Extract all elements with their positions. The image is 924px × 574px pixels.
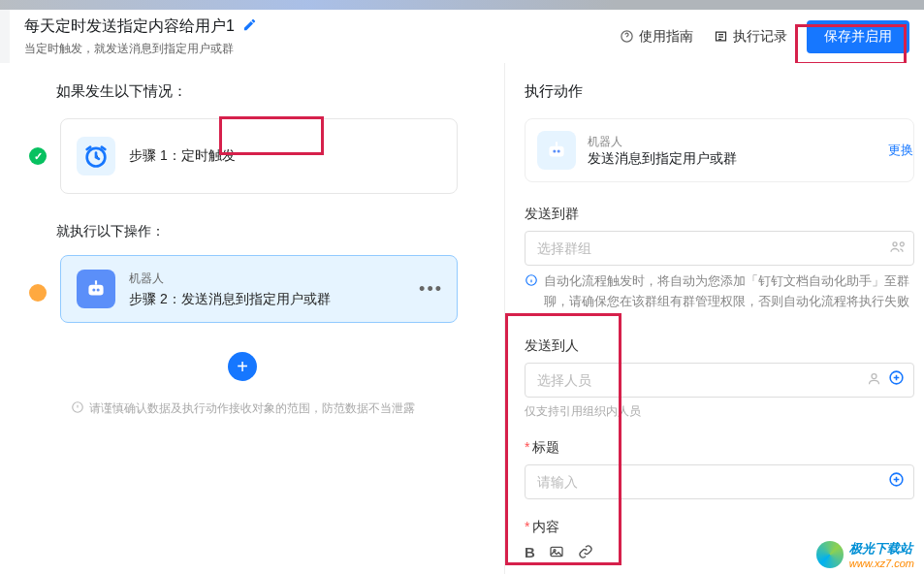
- title-input[interactable]: [525, 464, 914, 499]
- svg-rect-8: [549, 146, 563, 157]
- link-button[interactable]: [578, 544, 593, 562]
- content: 如果发生以下情况： 步骤 1：定时触发 就执行以下操作：: [0, 63, 924, 574]
- svg-point-10: [558, 150, 560, 153]
- action-card-main: 发送消息到指定用户或群: [588, 150, 737, 168]
- group-select-input[interactable]: [525, 231, 914, 266]
- warning-icon: [71, 400, 84, 417]
- image-button[interactable]: [549, 544, 564, 562]
- action-card[interactable]: 机器人 发送消息到指定用户或群 更换: [525, 118, 914, 182]
- records-icon: [713, 29, 728, 45]
- bold-button[interactable]: B: [525, 544, 535, 562]
- step-1-label: 步骤 1：: [129, 147, 181, 163]
- group-field: 发送到群 自动化流程触发时，将自动为您添加「钉钉文档自动化助手」至群聊，请确保您…: [525, 206, 914, 318]
- robot-icon: [537, 131, 576, 170]
- watermark: 极光下载站 www.xz7.com: [816, 540, 914, 569]
- more-icon[interactable]: •••: [419, 279, 443, 300]
- action-heading: 就执行以下操作：: [56, 223, 465, 240]
- step-2-card[interactable]: 机器人 步骤 2：发送消息到指定用户或群 •••: [60, 255, 458, 323]
- header: 每天定时发送指定内容给用户1 当定时触发，就发送消息到指定用户或群 使用指南 执…: [10, 10, 924, 63]
- top-bar-blur: [0, 0, 924, 10]
- action-card-sub: 机器人: [588, 134, 737, 150]
- left-panel: 如果发生以下情况： 步骤 1：定时触发 就执行以下操作：: [0, 63, 504, 574]
- condition-heading: 如果发生以下情况：: [56, 82, 465, 101]
- add-variable-icon[interactable]: [888, 471, 905, 493]
- add-step-button[interactable]: +: [228, 352, 257, 381]
- watermark-url: www.xz7.com: [849, 558, 914, 569]
- svg-rect-3: [88, 285, 103, 296]
- svg-point-9: [553, 150, 556, 153]
- change-link[interactable]: 更换: [888, 142, 913, 159]
- info-icon: [525, 273, 538, 294]
- svg-rect-6: [95, 280, 97, 284]
- disclaimer-text: 请谨慎确认数据及执行动作接收对象的范围，防范数据不当泄露: [89, 400, 415, 417]
- exec-action-heading: 执行动作: [525, 82, 914, 101]
- group-label: 发送到群: [525, 206, 914, 223]
- person-hint: 仅支持引用组织内人员: [525, 403, 914, 420]
- svg-point-4: [92, 289, 95, 292]
- page-title: 每天定时发送指定内容给用户1: [24, 16, 235, 37]
- group-info: 自动化流程触发时，将自动为您添加「钉钉文档自动化助手」至群聊，请确保您在该群组有…: [525, 266, 914, 318]
- title-field: *标题: [525, 439, 914, 499]
- step-1-card[interactable]: 步骤 1：定时触发: [60, 118, 458, 194]
- execution-records-link[interactable]: 执行记录: [713, 28, 787, 46]
- svg-point-12: [893, 242, 897, 246]
- robot-icon: [77, 270, 115, 308]
- help-guide-link[interactable]: 使用指南: [619, 28, 693, 46]
- header-right: 使用指南 执行记录 保存并启用: [619, 20, 909, 53]
- svg-point-14: [872, 373, 876, 378]
- right-panel: 执行动作 机器人 发送消息到指定用户或群 更换 发送到群: [504, 63, 924, 574]
- page-subtitle: 当定时触发，就发送消息到指定用户或群: [24, 41, 257, 57]
- save-enable-button[interactable]: 保存并启用: [807, 20, 909, 53]
- title-label: *标题: [525, 439, 914, 457]
- step-2-row: 机器人 步骤 2：发送消息到指定用户或群 •••: [19, 255, 465, 323]
- execution-records-label: 执行记录: [733, 28, 787, 46]
- add-person-icon[interactable]: [888, 369, 905, 391]
- person-select-input[interactable]: [525, 363, 914, 398]
- header-left: 每天定时发送指定内容给用户1 当定时触发，就发送消息到指定用户或群: [24, 16, 257, 57]
- watermark-logo-icon: [816, 541, 844, 568]
- person-field: 发送到人 仅支持引用组织内人员: [525, 337, 914, 420]
- person-icon[interactable]: [867, 371, 881, 389]
- status-ok-icon: [29, 147, 47, 165]
- edit-icon[interactable]: [242, 17, 257, 35]
- svg-rect-11: [556, 142, 558, 145]
- status-warn-icon: [29, 284, 47, 302]
- person-label: 发送到人: [525, 337, 914, 355]
- group-info-text: 自动化流程触发时，将自动为您添加「钉钉文档自动化助手」至群聊，请确保您在该群组有…: [544, 271, 914, 312]
- clock-icon: [77, 137, 115, 175]
- help-guide-label: 使用指南: [639, 28, 693, 46]
- step-2-main: 步骤 2：发送消息到指定用户或群: [129, 291, 331, 308]
- watermark-title: 极光下载站: [849, 540, 914, 558]
- step-2-sub: 机器人: [129, 271, 331, 287]
- step-1-trigger: 定时触发: [181, 147, 236, 163]
- disclaimer: 请谨慎确认数据及执行动作接收对象的范围，防范数据不当泄露: [19, 400, 465, 417]
- svg-point-5: [97, 289, 100, 292]
- step-1-row: 步骤 1：定时触发: [19, 118, 465, 194]
- people-icon[interactable]: [889, 239, 905, 258]
- help-icon: [619, 29, 634, 45]
- content-label: *内容: [525, 519, 914, 536]
